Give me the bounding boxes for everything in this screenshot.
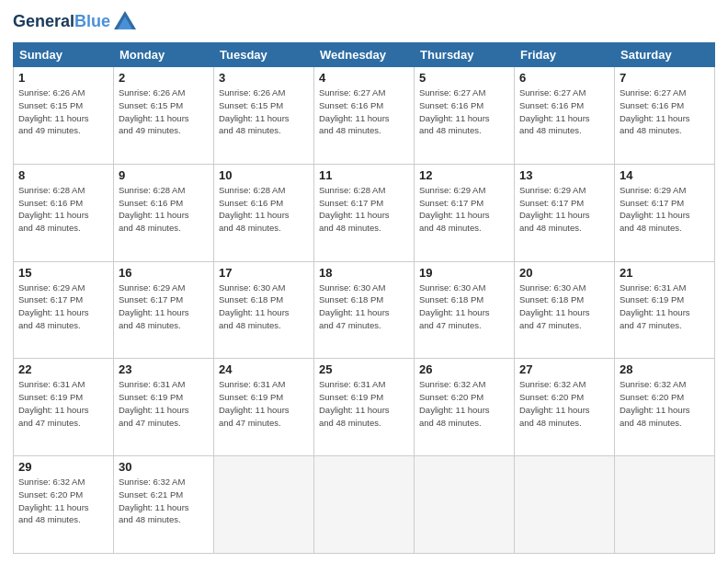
calendar-cell [214,456,314,554]
page-container: GeneralBlue SundayMondayTuesdayWednesday… [0,0,728,563]
calendar-cell: 28Sunrise: 6:32 AM Sunset: 6:20 PM Dayli… [615,359,715,456]
day-number: 12 [419,168,509,182]
calendar-cell: 19Sunrise: 6:30 AM Sunset: 6:18 PM Dayli… [415,261,515,359]
calendar-table: SundayMondayTuesdayWednesdayThursdayFrid… [13,42,715,554]
logo-text: GeneralBlue [13,13,110,31]
day-info: Sunrise: 6:30 AM Sunset: 6:18 PM Dayligh… [519,282,609,332]
calendar-cell: 18Sunrise: 6:30 AM Sunset: 6:18 PM Dayli… [314,261,415,359]
calendar-day-header: Saturday [615,43,715,67]
calendar-week-row: 29Sunrise: 6:32 AM Sunset: 6:20 PM Dayli… [14,456,715,554]
calendar-cell: 5Sunrise: 6:27 AM Sunset: 6:16 PM Daylig… [415,67,515,165]
logo-icon [112,9,138,35]
day-info: Sunrise: 6:26 AM Sunset: 6:15 PM Dayligh… [219,86,309,137]
day-info: Sunrise: 6:26 AM Sunset: 6:15 PM Dayligh… [18,86,108,137]
day-info: Sunrise: 6:29 AM Sunset: 6:17 PM Dayligh… [18,282,108,332]
day-info: Sunrise: 6:31 AM Sunset: 6:19 PM Dayligh… [18,378,108,429]
day-info: Sunrise: 6:29 AM Sunset: 6:17 PM Dayligh… [419,184,509,235]
day-info: Sunrise: 6:29 AM Sunset: 6:17 PM Dayligh… [519,184,609,235]
day-number: 28 [620,362,710,376]
calendar-cell: 10Sunrise: 6:28 AM Sunset: 6:16 PM Dayli… [214,164,314,261]
day-number: 21 [620,266,710,280]
day-info: Sunrise: 6:32 AM Sunset: 6:20 PM Dayligh… [620,378,710,429]
calendar-week-row: 8Sunrise: 6:28 AM Sunset: 6:16 PM Daylig… [14,164,715,261]
calendar-week-row: 15Sunrise: 6:29 AM Sunset: 6:17 PM Dayli… [14,261,715,359]
calendar-cell: 13Sunrise: 6:29 AM Sunset: 6:17 PM Dayli… [515,164,615,261]
calendar-day-header: Tuesday [214,43,314,67]
calendar-week-row: 1Sunrise: 6:26 AM Sunset: 6:15 PM Daylig… [14,67,715,165]
day-number: 5 [419,71,509,85]
day-info: Sunrise: 6:31 AM Sunset: 6:19 PM Dayligh… [119,378,209,429]
calendar-cell: 29Sunrise: 6:32 AM Sunset: 6:20 PM Dayli… [14,456,114,554]
calendar-body: 1Sunrise: 6:26 AM Sunset: 6:15 PM Daylig… [14,67,715,554]
calendar-header-row: SundayMondayTuesdayWednesdayThursdayFrid… [14,43,715,67]
day-number: 27 [519,362,609,376]
day-number: 11 [319,168,409,182]
day-info: Sunrise: 6:30 AM Sunset: 6:18 PM Dayligh… [419,282,509,332]
day-number: 24 [219,362,309,376]
day-info: Sunrise: 6:30 AM Sunset: 6:18 PM Dayligh… [319,282,409,332]
day-number: 17 [219,266,309,280]
calendar-day-header: Sunday [14,43,114,67]
day-number: 26 [419,362,509,376]
day-number: 3 [219,71,309,85]
calendar-cell: 16Sunrise: 6:29 AM Sunset: 6:17 PM Dayli… [114,261,214,359]
day-info: Sunrise: 6:28 AM Sunset: 6:17 PM Dayligh… [319,184,409,235]
day-number: 15 [18,266,108,280]
day-number: 20 [519,266,609,280]
day-info: Sunrise: 6:30 AM Sunset: 6:18 PM Dayligh… [219,282,309,332]
calendar-day-header: Friday [515,43,615,67]
calendar-cell: 12Sunrise: 6:29 AM Sunset: 6:17 PM Dayli… [415,164,515,261]
calendar-cell: 14Sunrise: 6:29 AM Sunset: 6:17 PM Dayli… [615,164,715,261]
calendar-cell: 4Sunrise: 6:27 AM Sunset: 6:16 PM Daylig… [314,67,415,165]
day-number: 2 [119,71,209,85]
day-number: 19 [419,266,509,280]
day-info: Sunrise: 6:32 AM Sunset: 6:20 PM Dayligh… [519,378,609,429]
day-number: 6 [519,71,609,85]
day-number: 8 [18,168,108,182]
day-info: Sunrise: 6:26 AM Sunset: 6:15 PM Dayligh… [119,86,209,137]
calendar-cell: 3Sunrise: 6:26 AM Sunset: 6:15 PM Daylig… [214,67,314,165]
logo: GeneralBlue [13,9,138,35]
day-number: 25 [319,362,409,376]
day-info: Sunrise: 6:29 AM Sunset: 6:17 PM Dayligh… [620,184,710,235]
day-info: Sunrise: 6:27 AM Sunset: 6:16 PM Dayligh… [519,86,609,137]
day-number: 18 [319,266,409,280]
calendar-cell: 11Sunrise: 6:28 AM Sunset: 6:17 PM Dayli… [314,164,415,261]
calendar-cell [515,456,615,554]
day-number: 4 [319,71,409,85]
day-info: Sunrise: 6:27 AM Sunset: 6:16 PM Dayligh… [419,86,509,137]
calendar-cell: 21Sunrise: 6:31 AM Sunset: 6:19 PM Dayli… [615,261,715,359]
calendar-day-header: Thursday [415,43,515,67]
calendar-cell: 23Sunrise: 6:31 AM Sunset: 6:19 PM Dayli… [114,359,214,456]
day-info: Sunrise: 6:32 AM Sunset: 6:20 PM Dayligh… [18,476,108,526]
calendar-cell: 25Sunrise: 6:31 AM Sunset: 6:19 PM Dayli… [314,359,415,456]
day-info: Sunrise: 6:31 AM Sunset: 6:19 PM Dayligh… [219,378,309,429]
day-info: Sunrise: 6:28 AM Sunset: 6:16 PM Dayligh… [18,184,108,235]
calendar-cell: 17Sunrise: 6:30 AM Sunset: 6:18 PM Dayli… [214,261,314,359]
calendar-day-header: Monday [114,43,214,67]
calendar-cell: 27Sunrise: 6:32 AM Sunset: 6:20 PM Dayli… [515,359,615,456]
day-info: Sunrise: 6:31 AM Sunset: 6:19 PM Dayligh… [319,378,409,429]
calendar-cell: 9Sunrise: 6:28 AM Sunset: 6:16 PM Daylig… [114,164,214,261]
calendar-cell: 2Sunrise: 6:26 AM Sunset: 6:15 PM Daylig… [114,67,214,165]
calendar-cell: 30Sunrise: 6:32 AM Sunset: 6:21 PM Dayli… [114,456,214,554]
calendar-cell [615,456,715,554]
day-info: Sunrise: 6:27 AM Sunset: 6:16 PM Dayligh… [319,86,409,137]
calendar-cell [314,456,415,554]
calendar-cell: 8Sunrise: 6:28 AM Sunset: 6:16 PM Daylig… [14,164,114,261]
calendar-cell: 22Sunrise: 6:31 AM Sunset: 6:19 PM Dayli… [14,359,114,456]
day-number: 13 [519,168,609,182]
day-number: 16 [119,266,209,280]
day-info: Sunrise: 6:29 AM Sunset: 6:17 PM Dayligh… [119,282,209,332]
calendar-cell: 24Sunrise: 6:31 AM Sunset: 6:19 PM Dayli… [214,359,314,456]
day-info: Sunrise: 6:28 AM Sunset: 6:16 PM Dayligh… [219,184,309,235]
header: GeneralBlue [13,9,715,35]
day-info: Sunrise: 6:28 AM Sunset: 6:16 PM Dayligh… [119,184,209,235]
calendar-cell [415,456,515,554]
calendar-cell: 15Sunrise: 6:29 AM Sunset: 6:17 PM Dayli… [14,261,114,359]
calendar-cell: 6Sunrise: 6:27 AM Sunset: 6:16 PM Daylig… [515,67,615,165]
calendar-day-header: Wednesday [314,43,415,67]
day-number: 22 [18,362,108,376]
day-number: 1 [18,71,108,85]
day-number: 7 [620,71,710,85]
